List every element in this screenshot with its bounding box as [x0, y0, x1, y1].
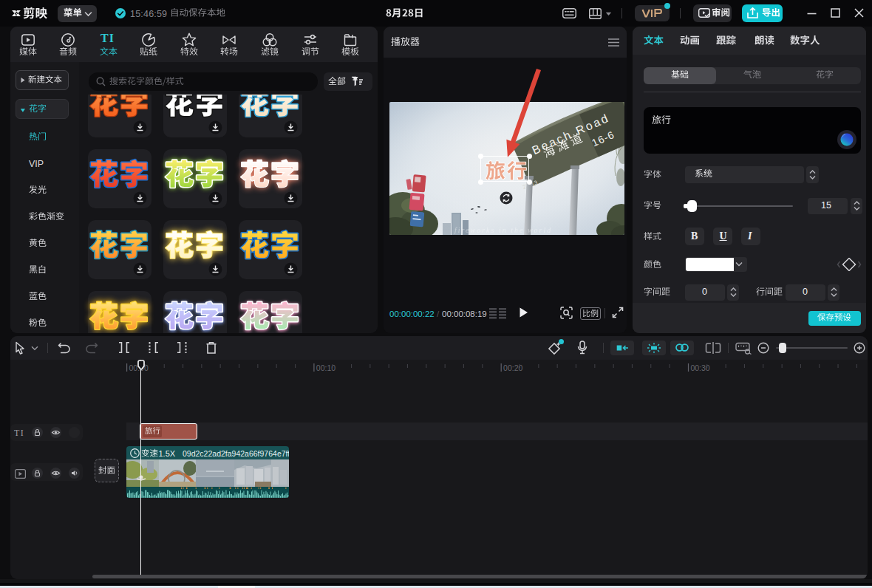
svg-text:1.5X: 1.5X	[159, 449, 176, 458]
svg-text:fireworks in the world: fireworks in the world	[454, 226, 552, 234]
